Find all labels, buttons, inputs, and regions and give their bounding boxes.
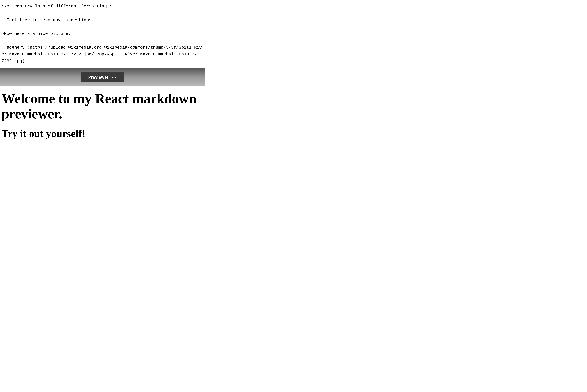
editor-line3: 1.Feel free to send any suggestions. <box>2 18 94 22</box>
preview-heading2: Try it out yourself! <box>2 128 203 140</box>
preview-section: Welcome to my React markdown previewer. … <box>0 86 205 144</box>
editor-line5: >Now here's a nice picture. <box>2 31 71 36</box>
previewer-label: Previewer <box>88 75 108 80</box>
arrows-icon: ▲▼ <box>111 76 117 79</box>
editor-section: *You can try lots of different formattin… <box>0 0 205 68</box>
editor-line1: *You can try lots of different formattin… <box>2 4 112 9</box>
divider-bar: Previewer ▲▼ <box>0 68 205 86</box>
previewer-button[interactable]: Previewer ▲▼ <box>81 72 124 82</box>
editor-line7: ![scenery](https://upload.wikimedia.org/… <box>2 45 202 64</box>
editor-content[interactable]: *You can try lots of different formattin… <box>2 3 203 64</box>
preview-heading1: Welcome to my React markdown previewer. <box>2 91 203 121</box>
